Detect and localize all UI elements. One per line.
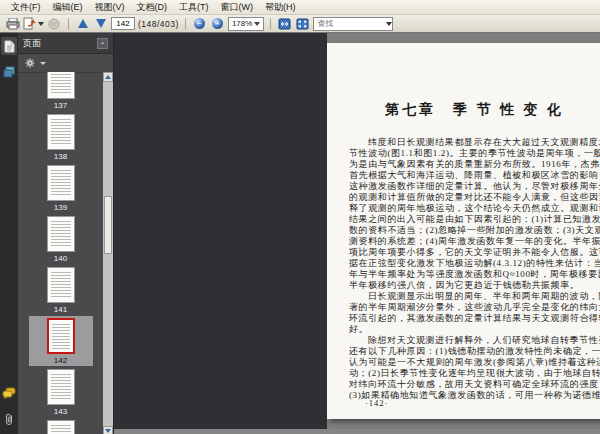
fit-width-button[interactable] <box>277 16 292 31</box>
chapter-title: 第七章 季 节 性 变 化 <box>385 101 564 119</box>
body-text-line: 环流引起的，其激发函数的定量计算结果与天文观测符合得较 <box>349 313 600 324</box>
zoom-level-value: 178% <box>232 19 252 28</box>
page-number-input[interactable] <box>111 17 135 30</box>
fit-page-button[interactable] <box>295 16 310 31</box>
page-thumbnail-138[interactable]: 138 <box>29 112 93 162</box>
document-page[interactable]: 第七章 季 节 性 变 化 纬度和日长观测结果都显示存在大大超过天文观测精度水平… <box>327 43 600 419</box>
thumbnail-text-preview <box>52 323 70 351</box>
find-box <box>313 17 393 31</box>
page-thumbnail-143[interactable]: 143 <box>29 367 93 417</box>
previous-page-button[interactable] <box>75 16 90 31</box>
comments-panel-tab[interactable] <box>1 384 17 402</box>
menu-item-2[interactable]: 视图(V) <box>89 0 131 15</box>
menu-item-3[interactable]: 文档(D) <box>131 0 174 15</box>
layers-icon <box>3 66 15 78</box>
options-dropdown-caret[interactable] <box>40 62 46 65</box>
scroll-down-button[interactable] <box>103 426 113 434</box>
page-thumbnail-140[interactable]: 140 <box>29 214 93 264</box>
thumbnail-label: 137 <box>54 101 67 110</box>
zoom-out-icon: − <box>194 18 205 29</box>
page-thumbnail-142[interactable]: 142 <box>29 316 93 366</box>
menu-item-5[interactable]: 窗口(W) <box>215 0 260 15</box>
body-text-line: 项比周年项要小得多，它的天文学证明并不能令人信服。这可根 <box>349 247 600 258</box>
scrollbar-thumb[interactable] <box>104 196 112 254</box>
thumbnail-page-image[interactable] <box>47 114 75 150</box>
thumbnail-page-image[interactable] <box>47 216 75 252</box>
zoom-level-select[interactable]: 178% <box>228 17 264 31</box>
print-button[interactable] <box>5 16 20 31</box>
body-text-line: 的观测和计算值所做的定量对比还不能令人满意，但这些因素解 <box>349 192 600 203</box>
toolbar: (148/403) − + 178% <box>0 15 600 33</box>
arrow-down-icon <box>96 19 106 28</box>
find-input[interactable] <box>314 19 384 28</box>
thumbnail-page-image[interactable] <box>47 420 75 434</box>
zoom-out-button[interactable]: − <box>192 16 207 31</box>
menu-item-4[interactable]: 工具(T) <box>173 0 215 15</box>
page-thumbnail-139[interactable]: 139 <box>29 163 93 213</box>
pages-icon <box>4 40 15 53</box>
body-text-line: 好。 <box>349 324 600 335</box>
body-text-line: 据在正弦型变化激发下地极运动解(4.3.12)的特性来估计：当周 <box>349 258 600 269</box>
panel-menu-button[interactable]: ▪ <box>97 38 108 49</box>
export-button[interactable] <box>23 16 44 31</box>
body-text-line: 年与半年频率处为等强度激发函数和Q≈100时，周年极移要比 <box>349 269 600 280</box>
fit-width-icon <box>278 18 291 30</box>
body-text-line: 日长观测显示出明显的周年、半年和两年周期的波动，除显 <box>349 291 600 302</box>
export-dropdown-caret[interactable] <box>38 22 44 26</box>
thumbnail-viewport: 137138139140141142143144 <box>18 72 103 434</box>
email-button <box>47 16 62 31</box>
options-gear-icon[interactable] <box>24 57 36 69</box>
body-text-line: 释了观测的周年地极运动，这个结论今天仍然成立。观测和计算 <box>349 203 600 214</box>
body-text-line: 测资料的系统差；(4)周年激发函数年复一年的变化。半年振动 <box>349 236 600 247</box>
next-page-button[interactable] <box>93 16 108 31</box>
content-area: 页面 ▪ 137138139140141142143144 <box>0 33 600 434</box>
attachments-panel-tab[interactable] <box>1 410 17 428</box>
pages-panel-tab[interactable] <box>1 37 17 55</box>
email-icon <box>48 18 61 30</box>
thumbnail-page-image[interactable] <box>47 267 75 303</box>
paperclip-icon <box>4 412 14 426</box>
page-thumbnail-144[interactable]: 144 <box>29 418 93 434</box>
scroll-up-icon <box>105 75 111 79</box>
pages-panel-header: 页面 ▪ <box>18 33 113 54</box>
thumbnail-label: 140 <box>54 254 67 263</box>
thumbnail-page-image[interactable] <box>47 72 75 99</box>
menu-item-1[interactable]: 编辑(E) <box>47 0 89 15</box>
horizontal-scroll-area[interactable] <box>114 429 600 434</box>
page-footer-number: ·142· <box>365 398 388 408</box>
printer-icon <box>6 18 20 30</box>
thumbnail-page-image[interactable] <box>47 369 75 405</box>
scroll-up-button[interactable] <box>103 72 113 82</box>
layers-panel-tab[interactable] <box>1 63 17 81</box>
navigation-tab-strip <box>0 33 18 434</box>
thumbnail-text-preview <box>51 220 71 248</box>
body-text-line: 对纬向环流十分敏感，故用天文资料可确定全球环流的强度； <box>349 379 600 390</box>
thumbnail-label: 143 <box>54 407 67 416</box>
menu-item-0[interactable]: 文件(F) <box>5 0 47 15</box>
thumbnail-text-preview <box>51 271 71 299</box>
body-text-line: 动；(2)日长季节性变化逐年均呈现很大波动，由于地球自转看来 <box>349 368 600 379</box>
pages-panel: 页面 ▪ 137138139140141142143144 <box>18 33 114 434</box>
thumbnail-text-preview <box>51 118 71 146</box>
zoom-in-button[interactable]: + <box>210 16 225 31</box>
thumbnail-page-image[interactable] <box>47 318 75 354</box>
page-thumbnail-141[interactable]: 141 <box>29 265 93 315</box>
thumbnail-page-image[interactable] <box>47 165 75 201</box>
thumbnail-text-preview <box>51 373 71 401</box>
thumbnail-text-preview <box>51 424 71 434</box>
body-text-line: 为是由与气象因素有关的质量重新分布所致。1916年，杰弗里斯 <box>349 159 600 170</box>
document-view[interactable]: 第七章 季 节 性 变 化 纬度和日长观测结果都显示存在大大超过天文观测精度水平… <box>114 33 600 434</box>
page-thumbnail-137[interactable]: 137 <box>29 72 93 111</box>
document-canvas-dark-area <box>114 33 327 429</box>
toolbar-separator <box>68 18 69 30</box>
zoom-dropdown-caret <box>254 22 260 26</box>
comments-icon <box>2 387 16 399</box>
toolbar-separator <box>270 18 271 30</box>
body-text-line: 著的半年周期潮汐分量外，这些波动几乎完全是变化的纬向大气 <box>349 302 600 313</box>
menu-item-6[interactable]: 帮助(H) <box>259 0 302 15</box>
thumbnail-scrollbar[interactable] <box>103 72 113 434</box>
find-dropdown-caret[interactable] <box>386 22 392 26</box>
body-text-line: 认为可能是一不大规则的周年激发(参阅第八章)维持着这种运 <box>349 357 600 368</box>
thumbnail-label: 141 <box>54 305 67 314</box>
pages-panel-options-row <box>18 54 113 73</box>
